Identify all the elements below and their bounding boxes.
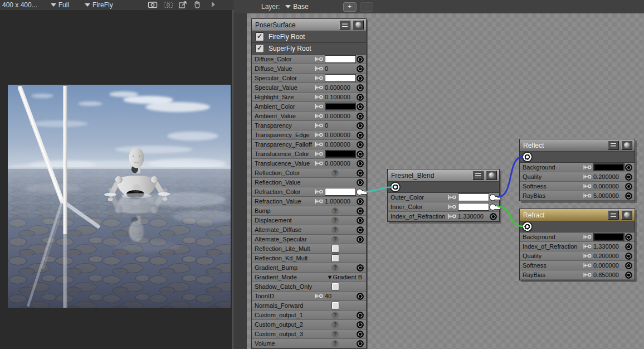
animation-key-icon[interactable] xyxy=(315,94,323,100)
node-preview-sphere-icon[interactable] xyxy=(621,140,632,150)
animation-key-icon[interactable] xyxy=(315,123,323,128)
animation-key-icon[interactable] xyxy=(315,85,323,90)
node-preview-sphere-icon[interactable] xyxy=(486,171,497,180)
param-checkbox[interactable] xyxy=(331,254,339,262)
node-preview-sphere-icon[interactable] xyxy=(353,20,364,30)
color-swatch[interactable] xyxy=(458,193,489,201)
connected-plug-connector[interactable] xyxy=(489,194,497,201)
collapse-arrow-icon[interactable] xyxy=(211,1,216,9)
display-mode-dropdown[interactable]: Full xyxy=(51,1,69,9)
param-value[interactable]: 1.000000 xyxy=(325,198,356,205)
root-checkbox[interactable]: ✓ xyxy=(255,44,264,53)
resolution-menu[interactable]: 400 x 400... xyxy=(2,1,37,9)
animation-key-icon[interactable] xyxy=(315,189,323,195)
layer-dropdown[interactable]: Base xyxy=(285,3,308,11)
color-swatch[interactable] xyxy=(325,150,356,158)
animation-key-icon[interactable] xyxy=(315,142,323,147)
param-value[interactable]: 0.200000 xyxy=(593,253,625,259)
animation-key-icon[interactable] xyxy=(583,193,592,198)
unknown-value-badge[interactable]: ? xyxy=(331,264,339,272)
connector-dot[interactable] xyxy=(625,234,632,241)
connector-dot[interactable] xyxy=(625,192,632,200)
unknown-value-badge[interactable]: ? xyxy=(331,207,339,215)
node-preview-sphere-icon[interactable] xyxy=(621,210,632,220)
unknown-value-badge[interactable]: ? xyxy=(331,331,339,338)
connector-dot[interactable] xyxy=(357,179,364,186)
connector-dot[interactable] xyxy=(357,103,364,110)
connector-dot[interactable] xyxy=(357,207,364,215)
render-camera-icon[interactable] xyxy=(148,1,158,10)
param-value[interactable]: 1.330000 xyxy=(593,243,625,250)
param-value[interactable]: 0.850000 xyxy=(593,272,625,278)
color-swatch[interactable] xyxy=(325,103,356,110)
node-header[interactable]: Reflect xyxy=(520,139,635,152)
node-reflect[interactable]: Reflect BackgroundQuality0.200000Softnes… xyxy=(519,139,635,201)
animation-key-icon[interactable] xyxy=(583,183,592,189)
unknown-value-badge[interactable]: ? xyxy=(331,236,339,243)
output-connector-icon[interactable] xyxy=(390,182,401,192)
connector-dot[interactable] xyxy=(357,312,364,319)
param-value[interactable]: 0.100000 xyxy=(325,94,356,100)
connector-dot[interactable] xyxy=(357,132,364,139)
connected-plug-connector[interactable] xyxy=(356,188,364,196)
connector-dot[interactable] xyxy=(625,253,632,260)
connector-dot[interactable] xyxy=(357,293,364,300)
connector-dot[interactable] xyxy=(357,321,364,328)
param-value[interactable]: 1.330000 xyxy=(458,213,489,220)
param-value[interactable]: 0 xyxy=(325,122,356,129)
connector-dot[interactable] xyxy=(357,113,364,120)
node-header[interactable]: Refract xyxy=(520,209,635,221)
unknown-value-badge[interactable]: ? xyxy=(331,312,339,319)
param-value[interactable]: 0.000000 xyxy=(593,183,625,190)
node-header[interactable]: Fresnel_Blend xyxy=(388,169,499,182)
param-value[interactable]: 0.200000 xyxy=(593,173,625,180)
param-checkbox[interactable] xyxy=(331,302,339,309)
connector-dot[interactable] xyxy=(625,183,632,190)
connector-dot[interactable] xyxy=(357,84,364,91)
animation-key-icon[interactable] xyxy=(583,253,592,259)
param-value[interactable]: 0 xyxy=(325,65,356,72)
connector-dot[interactable] xyxy=(357,236,364,243)
param-value[interactable]: 0.000000 xyxy=(325,132,356,138)
param-value[interactable]: 0.000000 xyxy=(593,262,625,269)
connector-dot[interactable] xyxy=(625,243,632,250)
color-swatch[interactable] xyxy=(325,188,356,196)
connector-dot[interactable] xyxy=(357,198,364,205)
animation-key-icon[interactable] xyxy=(315,293,323,299)
color-swatch[interactable] xyxy=(458,203,489,211)
param-value[interactable]: 5.000000 xyxy=(593,192,625,199)
node-header[interactable]: PoserSurface xyxy=(252,19,366,31)
animation-key-icon[interactable] xyxy=(583,263,592,268)
animation-key-icon[interactable] xyxy=(315,151,323,157)
animation-key-icon[interactable] xyxy=(583,272,592,278)
animation-key-icon[interactable] xyxy=(315,56,323,62)
param-checkbox[interactable] xyxy=(331,283,339,290)
node-fresnel-blend[interactable]: Fresnel_Blend Outer_ColorInner_ColorInde… xyxy=(387,169,500,222)
animation-key-icon[interactable] xyxy=(583,244,592,249)
node-menu-icon[interactable] xyxy=(472,171,484,180)
add-layer-button[interactable]: + xyxy=(343,2,357,12)
connector-dot[interactable] xyxy=(625,262,632,269)
output-connector-icon[interactable] xyxy=(522,152,533,162)
param-dropdown[interactable]: ▼Gradient B xyxy=(327,274,362,280)
connector-dot[interactable] xyxy=(357,217,364,224)
connector-dot[interactable] xyxy=(490,213,497,220)
pan-hand-icon[interactable] xyxy=(193,1,201,10)
connector-dot[interactable] xyxy=(357,151,364,158)
node-menu-icon[interactable] xyxy=(339,20,350,30)
connector-dot[interactable] xyxy=(357,160,364,167)
connector-dot[interactable] xyxy=(625,164,632,171)
color-swatch[interactable] xyxy=(325,74,356,82)
renderer-dropdown[interactable]: FireFly xyxy=(85,1,113,9)
connected-plug-connector[interactable] xyxy=(489,203,497,211)
node-menu-icon[interactable] xyxy=(608,140,619,150)
unknown-value-badge[interactable]: ? xyxy=(331,226,339,234)
node-posersurface[interactable]: PoserSurface ✓FireFly Root✓SuperFly Root… xyxy=(251,18,367,349)
animation-key-icon[interactable] xyxy=(583,234,592,240)
node-menu-icon[interactable] xyxy=(608,210,619,220)
export-image-icon[interactable] xyxy=(179,1,188,10)
connector-dot[interactable] xyxy=(357,141,364,148)
unknown-value-badge[interactable]: ? xyxy=(331,169,339,177)
animation-key-icon[interactable] xyxy=(448,204,456,210)
animation-key-icon[interactable] xyxy=(448,195,456,200)
